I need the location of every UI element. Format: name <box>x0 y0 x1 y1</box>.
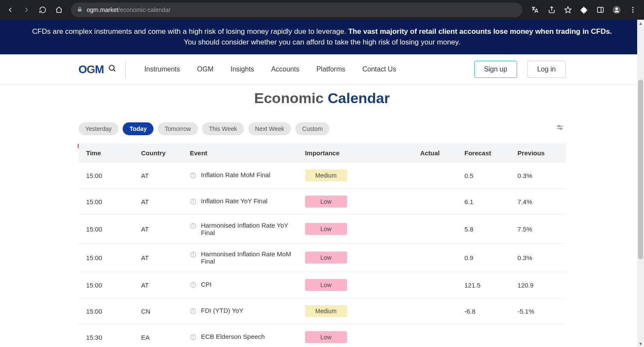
forward-button[interactable] <box>20 3 33 17</box>
info-icon[interactable] <box>190 334 197 342</box>
scroll-thumb[interactable] <box>638 80 643 259</box>
browser-toolbar: ogm.market/economic-calendar <box>0 0 644 20</box>
nav-instruments[interactable]: Instruments <box>144 65 180 73</box>
bookmark-icon[interactable] <box>563 5 573 15</box>
cell-forecast: 0.9 <box>459 243 512 272</box>
cell-previous: 120.9 <box>512 272 565 298</box>
filter-pill-this-week[interactable]: This Week <box>202 122 244 135</box>
cell-forecast: 0.5 <box>459 163 512 189</box>
translate-icon[interactable] <box>530 5 541 15</box>
info-icon[interactable] <box>190 282 197 290</box>
scroll-down-icon[interactable]: ▼ <box>637 340 644 347</box>
risk-text-1: CFDs are complex instruments and come wi… <box>32 27 348 36</box>
filter-pill-next-week[interactable]: Next Week <box>248 122 291 135</box>
table-row[interactable]: 15:00ATHarmonised Inflation Rate YoY Fin… <box>79 215 566 243</box>
info-icon[interactable] <box>190 251 197 259</box>
cell-forecast <box>459 324 512 347</box>
home-button[interactable] <box>52 3 66 17</box>
cell-importance: Medium <box>300 163 415 189</box>
cell-event: ECB Elderson Speech <box>185 324 300 347</box>
url-text: ogm.market/economic-calendar <box>87 6 171 13</box>
nav-platforms[interactable]: Platforms <box>316 65 345 73</box>
main-nav: Instruments OGM Insights Accounts Platfo… <box>144 65 464 73</box>
menu-icon[interactable] <box>628 5 638 15</box>
svg-point-12 <box>558 125 559 127</box>
importance-badge: Low <box>305 223 347 235</box>
share-icon[interactable] <box>547 5 557 15</box>
cell-time: 15:00 <box>79 189 136 215</box>
cell-time: 15:00 <box>79 243 136 272</box>
address-bar[interactable]: ogm.market/economic-calendar <box>71 3 523 17</box>
col-event: Event <box>185 143 300 163</box>
filter-pill-yesterday[interactable]: Yesterday <box>79 122 119 135</box>
cell-actual <box>415 189 459 215</box>
cell-event: FDI (YTD) YoY <box>185 298 300 324</box>
extensions-icon[interactable] <box>579 5 589 15</box>
cell-importance: Low <box>300 189 415 215</box>
profile-icon[interactable] <box>612 5 622 15</box>
page-scrollbar[interactable]: ▲ ▼ <box>637 20 644 347</box>
risk-text-2: You should consider whether you can affo… <box>184 38 460 46</box>
col-country: Country <box>136 143 185 163</box>
svg-point-26 <box>193 253 194 254</box>
search-icon[interactable] <box>108 64 117 74</box>
cell-time: 15:00 <box>79 272 136 298</box>
col-time: Time <box>79 143 136 163</box>
info-icon[interactable] <box>190 198 197 206</box>
scroll-up-icon[interactable]: ▲ <box>637 20 644 27</box>
cell-event: Inflation Rate MoM Final <box>185 163 300 189</box>
cell-previous: 0.3% <box>512 243 565 272</box>
filter-pill-custom[interactable]: Custom <box>295 122 329 135</box>
col-previous: Previous <box>512 143 565 163</box>
info-icon[interactable] <box>190 172 197 180</box>
logo-area: OGM <box>79 61 126 78</box>
importance-badge: Medium <box>305 169 347 181</box>
svg-point-14 <box>560 128 561 129</box>
svg-point-29 <box>193 283 194 284</box>
reload-button[interactable] <box>36 3 50 17</box>
table-row[interactable]: 15:30EAECB Elderson SpeechLow <box>79 324 566 347</box>
col-importance: Importance <box>300 143 415 163</box>
table-row[interactable]: 15:00ATInflation Rate MoM FinalMedium0.5… <box>79 163 566 189</box>
filter-pill-today[interactable]: Today <box>123 122 153 135</box>
signup-button[interactable]: Sign up <box>474 61 517 78</box>
cell-previous: 7.4% <box>512 189 565 215</box>
logo[interactable]: OGM <box>79 63 104 76</box>
cell-importance: Low <box>300 272 415 298</box>
info-icon[interactable] <box>190 308 197 316</box>
importance-badge: Low <box>305 331 347 343</box>
table-row[interactable]: 15:00ATInflation Rate YoY FinalLow6.17.4… <box>79 189 566 215</box>
table-row[interactable]: 15:00ATCPILow121.5120.9 <box>79 272 566 298</box>
nav-contact[interactable]: Contact Us <box>362 65 396 73</box>
cell-importance: Low <box>300 215 415 243</box>
page-title: Economic Calendar <box>79 90 566 107</box>
cell-previous: 7.5% <box>512 215 565 243</box>
panel-icon[interactable] <box>595 5 606 15</box>
table-row[interactable]: 15:00ATHarmonised Inflation Rate MoM Fin… <box>79 243 566 272</box>
info-icon[interactable] <box>190 222 197 231</box>
svg-marker-1 <box>565 7 571 13</box>
cell-country: AT <box>136 272 185 298</box>
cell-forecast: -6.8 <box>459 298 512 324</box>
svg-point-9 <box>109 65 114 71</box>
nav-insights[interactable]: Insights <box>230 65 254 73</box>
back-button[interactable] <box>3 3 17 17</box>
cell-event: Inflation Rate YoY Final <box>185 189 300 215</box>
nav-accounts[interactable]: Accounts <box>271 65 300 73</box>
cell-importance: Medium <box>300 298 415 324</box>
svg-line-10 <box>113 70 115 71</box>
cell-forecast: 5.8 <box>459 215 512 243</box>
svg-rect-2 <box>597 7 603 12</box>
cell-actual <box>415 324 459 347</box>
svg-point-17 <box>193 174 194 174</box>
login-button[interactable]: Log in <box>527 61 566 78</box>
table-row[interactable]: 15:00CNFDI (YTD) YoYMedium-6.8-5.1% <box>79 298 566 324</box>
economic-calendar-table: Time Country Event Importance Actual For… <box>79 143 566 347</box>
cell-previous: -5.1% <box>512 298 565 324</box>
filter-settings-icon[interactable] <box>554 122 566 136</box>
nav-ogm[interactable]: OGM <box>197 65 213 73</box>
svg-point-6 <box>632 7 634 8</box>
filter-pill-tomorrow[interactable]: Tomorrow <box>158 122 197 135</box>
site-header: OGM Instruments OGM Insights Accounts Pl… <box>0 54 644 85</box>
cell-event: CPI <box>185 272 300 298</box>
